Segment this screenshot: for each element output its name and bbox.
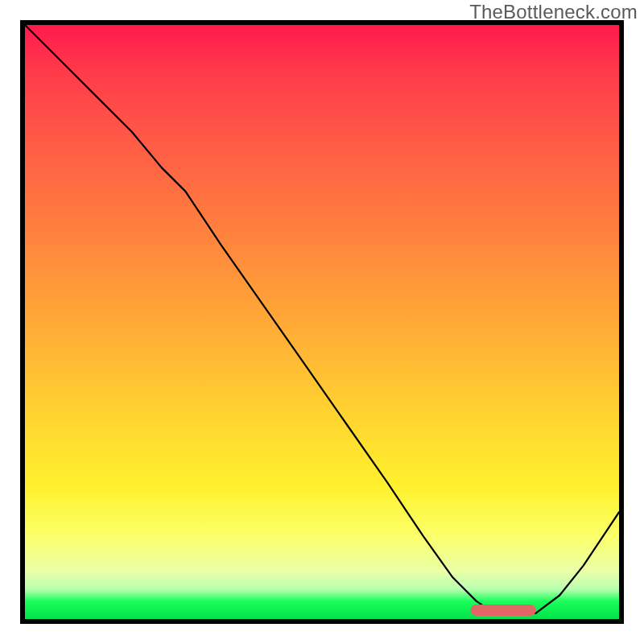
bottleneck-curve [25, 25, 619, 613]
optimal-range-pill [471, 605, 536, 616]
chart-overlay-svg [25, 25, 619, 619]
chart-stage: TheBottleneck.com [0, 0, 644, 644]
plot-frame [20, 20, 624, 624]
